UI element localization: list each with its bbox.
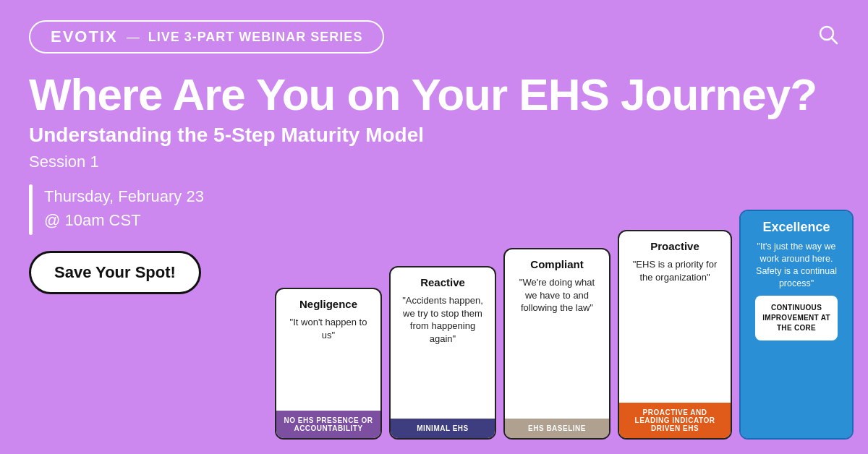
card-reactive-body: Reactive "Accidents happen, we try to st… xyxy=(391,267,495,419)
card-excellence-body: Excellence "It's just the way we work ar… xyxy=(741,211,852,438)
svg-line-1 xyxy=(832,38,837,43)
card-proactive-quote: "EHS is a priority for the organization" xyxy=(628,258,722,283)
card-proactive: Proactive "EHS is a priority for the org… xyxy=(618,230,732,440)
date-text: Thursday, February 23 @ 10am CST xyxy=(44,184,204,232)
card-reactive-title: Reactive xyxy=(420,276,465,288)
subtitle: Understanding the 5-Step Maturity Model xyxy=(29,124,839,147)
cards-section: Negligence "It won't happen to us" NO EH… xyxy=(275,210,854,440)
card-negligence: Negligence "It won't happen to us" NO EH… xyxy=(275,288,382,440)
main-title: Where Are You on Your EHS Journey? xyxy=(29,71,839,118)
brand-divider: — xyxy=(127,30,140,45)
card-excellence-title: Excellence xyxy=(762,220,830,235)
card-negligence-badge: NO EHS PRESENCE OR ACCOUNTABILITY xyxy=(276,411,380,438)
card-compliant-title: Compliant xyxy=(530,258,583,270)
card-proactive-badge: PROACTIVE AND LEADING INDICATOR DRIVEN E… xyxy=(619,403,731,438)
card-negligence-body: Negligence "It won't happen to us" xyxy=(276,289,380,411)
card-compliant: Compliant "We're doing what we have to a… xyxy=(503,248,610,440)
card-reactive-quote: "Accidents happen, we try to stop them f… xyxy=(399,294,486,345)
card-compliant-body: Compliant "We're doing what we have to a… xyxy=(505,249,609,419)
search-icon[interactable] xyxy=(817,24,839,51)
date-line1: Thursday, February 23 xyxy=(44,184,204,208)
card-compliant-badge: EHS BASELINE xyxy=(505,419,609,438)
brand-pill: EVOTIX — LIVE 3-PART WEBINAR SERIES xyxy=(29,20,384,53)
card-excellence-inner-text: CONTINUOUS IMPROVEMENT AT THE CORE xyxy=(761,303,832,333)
card-excellence: Excellence "It's just the way we work ar… xyxy=(739,210,854,440)
cta-label: Save Your Spot! xyxy=(54,263,176,281)
card-negligence-title: Negligence xyxy=(299,298,357,310)
session-label: Session 1 xyxy=(29,153,839,171)
card-excellence-quote: "It's just the way we work around here. … xyxy=(749,241,843,290)
page-background: EVOTIX — LIVE 3-PART WEBINAR SERIES Wher… xyxy=(0,0,868,454)
card-excellence-inner: CONTINUOUS IMPROVEMENT AT THE CORE xyxy=(755,296,838,340)
series-label: LIVE 3-PART WEBINAR SERIES xyxy=(148,30,363,45)
card-negligence-quote: "It won't happen to us" xyxy=(285,316,372,341)
card-proactive-body: Proactive "EHS is a priority for the org… xyxy=(619,231,731,403)
card-proactive-title: Proactive xyxy=(650,240,699,252)
card-compliant-quote: "We're doing what we have to and followi… xyxy=(514,276,600,314)
card-reactive-badge: MINIMAL EHS xyxy=(391,419,495,438)
date-line2: @ 10am CST xyxy=(44,208,204,232)
top-bar: EVOTIX — LIVE 3-PART WEBINAR SERIES xyxy=(29,20,839,53)
card-reactive: Reactive "Accidents happen, we try to st… xyxy=(389,266,496,440)
date-border xyxy=(29,184,33,235)
brand-name: EVOTIX xyxy=(51,27,118,46)
cta-button[interactable]: Save Your Spot! xyxy=(29,251,201,294)
